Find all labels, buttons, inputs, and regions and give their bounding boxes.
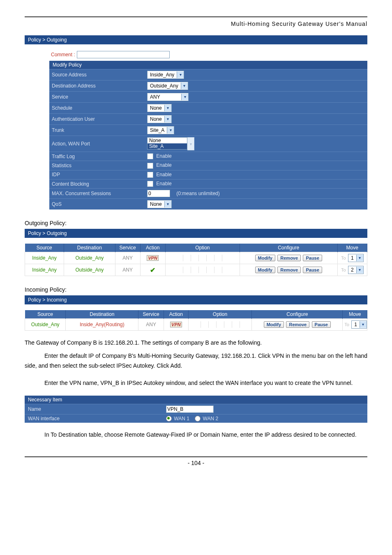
col-source: Source bbox=[25, 244, 64, 252]
cell-service: ANY bbox=[115, 264, 140, 276]
pause-button[interactable]: Pause bbox=[303, 255, 322, 261]
col-option: Option bbox=[188, 310, 252, 319]
chevron-down-icon: ▾ bbox=[164, 201, 171, 207]
vpn-name-input[interactable] bbox=[166, 405, 214, 413]
chevron-down-icon: ▾ bbox=[164, 105, 171, 111]
body-paragraph: In To Destination table, choose Remote G… bbox=[25, 430, 367, 440]
modify-button[interactable]: Modify bbox=[264, 321, 284, 328]
incoming-table: Source Destination Service Action Option… bbox=[25, 310, 367, 331]
action-wan-select[interactable]: None Site_A ▾ bbox=[147, 137, 194, 150]
cell-configure: Modify Remove Pause bbox=[240, 252, 337, 264]
necessary-item-table: Name WAN interface WAN 1 WAN 2 bbox=[25, 404, 367, 423]
qos-select[interactable]: None ▾ bbox=[147, 200, 172, 208]
necessary-item-header: Necessary Item bbox=[25, 396, 367, 404]
col-service: Service bbox=[115, 244, 140, 252]
incoming-section-label: Incoming Policy: bbox=[25, 286, 367, 293]
source-address-label: Source Address bbox=[49, 69, 145, 81]
cell-dest: Inside_Any(Routing) bbox=[66, 319, 138, 331]
check-icon: ✔ bbox=[150, 267, 155, 274]
cell-action: ✔ bbox=[140, 264, 165, 276]
doc-title: Multi-Homing Security Gateway User's Man… bbox=[25, 21, 367, 27]
col-move: Move bbox=[343, 310, 367, 319]
table-row: Inside_Any Outside_Any ANY VPN Modify Re… bbox=[25, 252, 367, 264]
cell-service: ANY bbox=[115, 252, 140, 264]
cell-dest: Outside_Any bbox=[64, 264, 115, 276]
cell-configure: Modify Remove Pause bbox=[240, 264, 337, 276]
auth-user-label: Authentication User bbox=[49, 114, 145, 125]
cell-option bbox=[165, 264, 240, 276]
breadcrumb-outgoing: Policy > Outgoing bbox=[25, 229, 367, 238]
traffic-log-label: Traffic Log bbox=[49, 152, 145, 161]
wan2-label: WAN 2 bbox=[203, 416, 219, 421]
outgoing-section-label: Outgoing Policy: bbox=[25, 220, 367, 226]
remove-button[interactable]: Remove bbox=[277, 255, 301, 261]
action-wan-label: Action, WAN Port bbox=[49, 136, 145, 152]
modify-button[interactable]: Modify bbox=[255, 267, 275, 273]
wan2-radio[interactable] bbox=[195, 416, 201, 421]
remove-button[interactable]: Remove bbox=[277, 267, 301, 273]
service-label: Service bbox=[49, 92, 145, 103]
pause-button[interactable]: Pause bbox=[303, 267, 322, 273]
modify-button[interactable]: Modify bbox=[255, 255, 275, 261]
table-row: Outside_Any Inside_Any(Routing) ANY VPN … bbox=[25, 319, 367, 331]
chevron-down-icon: ▾ bbox=[177, 71, 184, 78]
auth-user-select[interactable]: None ▾ bbox=[147, 115, 172, 123]
vpn-icon: VPN bbox=[170, 322, 182, 327]
qos-label: QoS bbox=[49, 199, 145, 210]
max-sessions-label: MAX. Concurrent Sessions bbox=[49, 189, 145, 199]
modify-policy-table: Source Address Inside_Any ▾ Destination … bbox=[49, 69, 367, 210]
move-select[interactable]: 1 ▾ bbox=[348, 254, 364, 262]
col-option: Option bbox=[165, 244, 240, 252]
body-paragraph: Enter the VPN name, VPN_B in IPSec Autok… bbox=[25, 378, 367, 388]
col-dest: Destination bbox=[66, 310, 138, 319]
service-select[interactable]: ANY ▾ bbox=[147, 93, 189, 101]
col-source: Source bbox=[25, 310, 66, 319]
dest-address-select[interactable]: Outside_Any ▾ bbox=[147, 82, 188, 90]
statistics-text: Enable bbox=[156, 162, 171, 168]
max-sessions-input[interactable] bbox=[147, 190, 170, 197]
col-service: Service bbox=[138, 310, 164, 319]
cell-action: VPN bbox=[140, 252, 165, 264]
chevron-down-icon: ▾ bbox=[164, 116, 171, 122]
cell-service: ANY bbox=[138, 319, 164, 331]
comment-input[interactable] bbox=[77, 51, 170, 58]
cell-move: To 1 ▾ bbox=[343, 319, 367, 331]
cell-option bbox=[188, 319, 252, 331]
content-blocking-checkbox[interactable] bbox=[147, 181, 153, 187]
chevron-down-icon: ▾ bbox=[356, 255, 363, 261]
source-address-select[interactable]: Inside_Any ▾ bbox=[147, 71, 184, 79]
chevron-down-icon: ▾ bbox=[167, 127, 174, 134]
table-row: Inside_Any Outside_Any ANY ✔ Modify Remo… bbox=[25, 264, 367, 276]
body-paragraph: The Gateway of Company B is 192.168.20.1… bbox=[25, 338, 367, 348]
traffic-log-text: Enable bbox=[156, 153, 171, 159]
statistics-checkbox[interactable] bbox=[147, 163, 153, 169]
traffic-log-checkbox[interactable] bbox=[147, 153, 153, 159]
necessary-wan-label: WAN interface bbox=[25, 414, 163, 423]
page-number: - 104 - bbox=[25, 456, 367, 466]
pause-button[interactable]: Pause bbox=[312, 321, 331, 328]
move-select[interactable]: 1 ▾ bbox=[351, 320, 367, 329]
dest-address-label: Destination Address bbox=[49, 81, 145, 92]
cell-move: To 2 ▾ bbox=[337, 264, 367, 276]
cell-action: VPN bbox=[164, 319, 189, 331]
chevron-down-icon: ▾ bbox=[181, 83, 188, 89]
vpn-icon: VPN bbox=[147, 255, 159, 261]
idp-checkbox[interactable] bbox=[147, 172, 153, 178]
outgoing-table: Source Destination Service Action Option… bbox=[25, 244, 367, 276]
chevron-down-icon: ▾ bbox=[360, 321, 367, 328]
cell-dest: Outside_Any bbox=[64, 252, 115, 264]
schedule-select[interactable]: None ▾ bbox=[147, 104, 172, 112]
idp-label: IDP bbox=[49, 170, 145, 179]
trunk-select[interactable]: Site_A ▾ bbox=[147, 126, 174, 134]
idp-text: Enable bbox=[156, 172, 171, 177]
cell-configure: Modify Remove Pause bbox=[252, 319, 343, 331]
content-blocking-label: Content Blocking bbox=[49, 179, 145, 188]
wan1-radio[interactable] bbox=[166, 416, 172, 421]
cell-source: Inside_Any bbox=[25, 264, 64, 276]
content-blocking-text: Enable bbox=[156, 181, 171, 187]
col-configure: Configure bbox=[252, 310, 343, 319]
remove-button[interactable]: Remove bbox=[286, 321, 309, 328]
chevron-down-icon: ▾ bbox=[181, 94, 188, 100]
cell-option bbox=[165, 252, 240, 264]
move-select[interactable]: 2 ▾ bbox=[348, 266, 364, 274]
